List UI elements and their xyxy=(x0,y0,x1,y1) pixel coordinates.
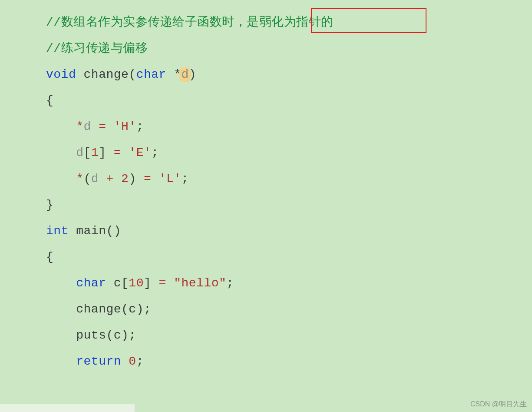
code-token: char xyxy=(76,277,106,289)
code-token: void xyxy=(46,69,76,81)
code-token: ] xyxy=(144,277,159,289)
code-line-3: { xyxy=(46,88,515,114)
code-token xyxy=(114,173,121,185)
code-line-12: puts(c); xyxy=(46,322,515,349)
code-line-2: void change(char *d) xyxy=(46,62,515,88)
code-token: 'H' xyxy=(114,121,136,133)
indent xyxy=(46,121,76,133)
scrollbar-fragment xyxy=(0,404,135,412)
code-token: int xyxy=(46,225,69,237)
code-token: //数组名作为实参传递给子函数时，是弱化为指针的 xyxy=(46,17,334,29)
code-token: } xyxy=(46,199,53,211)
code-line-1: //练习传递与偏移 xyxy=(46,36,515,62)
indent xyxy=(46,356,76,368)
code-token: ) xyxy=(189,69,196,81)
code-token xyxy=(99,173,106,185)
code-token xyxy=(121,356,129,368)
code-token: ; xyxy=(226,277,234,289)
indent xyxy=(46,329,76,342)
code-token: 1 xyxy=(91,147,99,159)
code-token: = xyxy=(114,147,121,159)
code-token: ; xyxy=(136,356,144,368)
code-token: [ xyxy=(84,147,91,159)
code-token: main() xyxy=(69,225,121,237)
code-token: { xyxy=(46,251,53,263)
code-token xyxy=(106,121,113,133)
code-token: return xyxy=(76,356,121,368)
watermark-text: CSDN @明目先生 xyxy=(470,401,527,408)
code-line-5: d[1] = 'E'; xyxy=(46,140,515,166)
indent xyxy=(46,173,76,185)
code-token: * xyxy=(76,173,83,185)
code-token: change(c) xyxy=(76,303,144,316)
code-token: 'E' xyxy=(129,147,151,159)
code-token: = xyxy=(159,277,166,289)
code-line-6: *(d + 2) = 'L'; xyxy=(46,166,515,192)
code-token: ] xyxy=(99,147,114,159)
code-line-11: change(c); xyxy=(46,296,515,322)
code-token: = xyxy=(99,121,106,133)
code-line-9: { xyxy=(46,244,515,270)
code-line-7: } xyxy=(46,192,515,218)
code-token: c[ xyxy=(106,277,129,289)
code-token: 2 xyxy=(121,173,129,185)
code-token xyxy=(121,147,129,159)
code-token: ; xyxy=(144,303,151,316)
code-token xyxy=(91,121,99,133)
code-token: "hello" xyxy=(174,277,226,289)
code-line-4: *d = 'H'; xyxy=(46,114,515,140)
code-token: d xyxy=(91,173,99,185)
code-token: puts(c) xyxy=(76,329,129,342)
code-line-13: return 0; xyxy=(46,349,515,375)
code-token: d xyxy=(76,147,83,159)
indent xyxy=(46,303,76,316)
code-token: d xyxy=(84,121,91,133)
code-token: ) xyxy=(129,173,144,185)
code-token: 0 xyxy=(129,356,136,368)
code-token: ; xyxy=(129,329,136,342)
code-token: ( xyxy=(84,173,91,185)
indent xyxy=(46,147,76,159)
code-token: * xyxy=(166,69,182,81)
code-token: ; xyxy=(182,173,189,185)
code-token: //练习传递与偏移 xyxy=(46,43,148,55)
code-line-8: int main() xyxy=(46,218,515,244)
code-token xyxy=(151,173,159,185)
code-block: //数组名作为实参传递给子函数时，是弱化为指针的//练习传递与偏移void ch… xyxy=(46,10,515,375)
code-token: char xyxy=(136,69,166,81)
code-token: change( xyxy=(76,69,136,81)
code-token: = xyxy=(144,173,151,185)
code-token: 10 xyxy=(129,277,144,289)
code-token: ; xyxy=(136,121,144,133)
code-token: ; xyxy=(151,147,159,159)
indent xyxy=(46,277,76,289)
code-line-10: char c[10] = "hello"; xyxy=(46,270,515,296)
code-line-0: //数组名作为实参传递给子函数时，是弱化为指针的 xyxy=(46,10,515,36)
code-token: { xyxy=(46,95,53,107)
code-token: * xyxy=(76,121,83,133)
code-token: + xyxy=(106,173,113,185)
code-token: 'L' xyxy=(159,173,182,185)
code-token xyxy=(166,277,174,289)
